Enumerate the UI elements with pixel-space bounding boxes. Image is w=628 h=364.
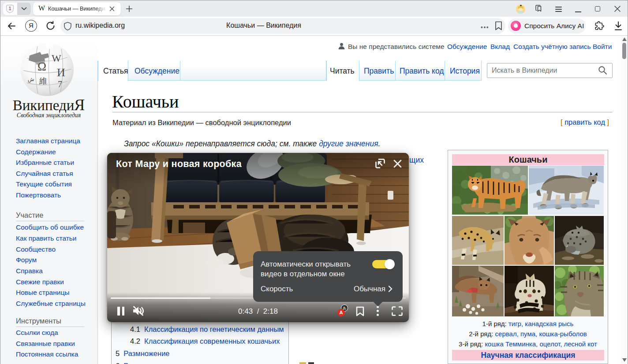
svg-text:ش: ش	[28, 76, 34, 83]
svg-text:Ω: Ω	[37, 60, 46, 73]
svg-text:И: И	[57, 66, 65, 79]
svg-text:維: 維	[39, 77, 47, 85]
svg-text:W: W	[52, 53, 61, 64]
svg-text:7: 7	[58, 79, 62, 89]
